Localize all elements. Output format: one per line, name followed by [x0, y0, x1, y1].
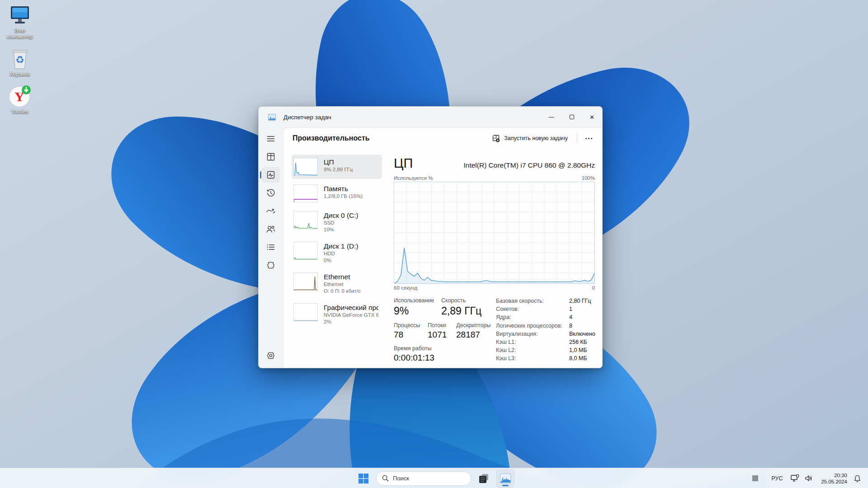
perf-item-ethernet[interactable]: Ethernet Ethernet О: 0 П: 0 кбит/с — [292, 269, 382, 298]
more-options-button[interactable] — [582, 134, 596, 143]
content-header: Производительность Запустить новую задач… — [283, 128, 602, 149]
desktop-icon-label: Yandex — [11, 109, 28, 115]
sidebar-item-details[interactable] — [262, 239, 280, 255]
ellipsis-icon — [585, 138, 587, 139]
new-task-icon — [492, 135, 500, 142]
maximize-button[interactable] — [561, 107, 582, 127]
minimize-icon — [549, 117, 554, 117]
date: 25.05.2024 — [821, 479, 847, 485]
this-pc-icon — [9, 4, 30, 27]
perf-item-sub2: О: 0 П: 0 кбит/с — [324, 288, 361, 295]
tray-app-icon[interactable] — [752, 475, 758, 481]
search-icon — [382, 475, 389, 482]
cpu-model: Intel(R) Core(TM) i7 CPU 860 @ 2.80GHz — [463, 161, 595, 171]
sidebar-item-users[interactable] — [262, 221, 280, 237]
perf-item-sub: Ethernet — [324, 281, 361, 288]
sidebar-item-services[interactable] — [262, 258, 280, 273]
desktop-icon-label: Этот компьютер — [3, 28, 37, 40]
perf-item-gpu[interactable]: Графический про NVIDIA GeForce GTX 660 2… — [292, 300, 382, 328]
perf-item-title: Ethernet — [324, 272, 361, 281]
perf-item-title: Графический про — [324, 303, 378, 312]
spec-value: 8 — [569, 323, 572, 329]
menu-button[interactable] — [262, 131, 280, 146]
perf-item-disk0[interactable]: Диск 0 (C:) SSD 10% — [292, 208, 382, 236]
handles-label: Дескрипторы — [456, 322, 491, 329]
page-title: Производительность — [292, 134, 370, 142]
run-new-task-button[interactable]: Запустить новую задачу — [488, 132, 572, 145]
gear-icon — [267, 352, 275, 360]
desktop-icon-this-pc[interactable]: Этот компьютер — [3, 4, 37, 40]
cpu-stats: Использование 9% Скорость 2,89 ГГц — [394, 297, 595, 368]
perf-item-title: ЦП — [324, 158, 353, 166]
perf-item-sub: 1,2/8,0 ГБ (15%) — [324, 193, 363, 200]
desktop-icon-yandex[interactable]: Y Yandex — [3, 84, 37, 115]
usage-value: 9% — [394, 304, 441, 318]
language-indicator[interactable]: РУС — [768, 475, 786, 482]
spec-value: 1 — [569, 306, 572, 312]
search-input[interactable]: Поиск — [376, 471, 471, 486]
header-divider — [577, 133, 577, 143]
svg-text:♻: ♻ — [15, 54, 24, 66]
speed-label: Скорость — [441, 297, 481, 304]
usage-label: Использование — [394, 297, 441, 304]
volume-icon[interactable] — [804, 475, 814, 482]
disk0-mini-graph — [293, 211, 318, 229]
startup-apps-icon — [266, 208, 275, 214]
chart-y-label: Используется % — [394, 175, 433, 181]
disk1-mini-graph — [293, 242, 318, 260]
task-manager-window: Диспетчер задач ✕ — [258, 106, 603, 368]
uptime-label: Время работы — [394, 345, 434, 352]
taskbar-clock[interactable]: 20:30 25.05.2024 — [821, 472, 847, 485]
taskbar-app-dark-window[interactable] — [475, 469, 493, 488]
memory-mini-graph — [293, 184, 318, 202]
cpu-usage-chart[interactable] — [394, 182, 595, 284]
perf-item-sub: NVIDIA GeForce GTX 660 — [324, 312, 378, 319]
spec-label: Кэш L1: — [496, 339, 569, 345]
nav-rail — [259, 127, 283, 368]
gpu-mini-graph — [293, 303, 318, 321]
spec-value: 4 — [569, 314, 572, 320]
notification-bell-icon[interactable] — [852, 475, 863, 482]
spec-label: Виртуализация: — [496, 331, 569, 337]
cpu-title: ЦП — [394, 155, 413, 171]
perf-item-sub2: 2% — [324, 319, 378, 325]
perf-item-disk1[interactable]: Диск 1 (D:) HDD 0% — [292, 239, 382, 267]
desktop-icon-recycle-bin[interactable]: ♻ Корзина — [3, 47, 37, 77]
sidebar-item-startup-apps[interactable] — [262, 203, 280, 219]
spec-label: Ядра: — [496, 314, 569, 320]
threads-value: 1071 — [428, 329, 456, 341]
start-button[interactable] — [354, 469, 373, 488]
processes-value: 78 — [394, 329, 428, 341]
chart-x-left: 60 секунд — [394, 285, 417, 291]
time: 20:30 — [821, 472, 847, 479]
sidebar-item-performance[interactable] — [262, 167, 280, 183]
yandex-icon: Y — [8, 84, 32, 108]
spec-value: 1,0 МБ — [569, 347, 587, 353]
taskbar-app-task-manager[interactable] — [496, 469, 514, 488]
services-icon — [267, 261, 275, 269]
ethernet-mini-graph — [293, 272, 318, 291]
window-titlebar[interactable]: Диспетчер задач ✕ — [259, 107, 602, 127]
search-placeholder: Поиск — [393, 475, 409, 482]
perf-item-sub2: 10% — [324, 226, 359, 233]
perf-item-title: Диск 1 (D:) — [324, 242, 359, 250]
handles-value: 28187 — [456, 329, 491, 341]
spec-value: 2,80 ГГц — [569, 298, 591, 304]
perf-item-cpu[interactable]: ЦП 9% 2,89 ГГц — [292, 155, 382, 179]
perf-item-memory[interactable]: Память 1,2/8,0 ГБ (15%) — [292, 181, 382, 206]
dark-window-icon — [478, 473, 490, 484]
close-icon: ✕ — [590, 114, 594, 120]
network-icon[interactable] — [789, 474, 801, 482]
settings-button[interactable] — [262, 348, 280, 363]
perf-item-sub: SSD — [324, 220, 359, 226]
task-manager-app-icon — [268, 114, 276, 121]
spec-label: Логических процессоров: — [496, 323, 569, 329]
close-button[interactable]: ✕ — [582, 107, 602, 127]
performance-list: ЦП 9% 2,89 ГГц Память 1,2/8,0 ГБ (15%) — [292, 155, 382, 368]
threads-label: Потоки — [428, 322, 456, 329]
sidebar-item-app-history[interactable] — [262, 185, 280, 201]
spec-label: Базовая скорость: — [496, 298, 569, 304]
sidebar-item-processes[interactable] — [262, 149, 280, 164]
spec-value: Включено — [569, 331, 595, 337]
minimize-button[interactable] — [541, 107, 561, 127]
